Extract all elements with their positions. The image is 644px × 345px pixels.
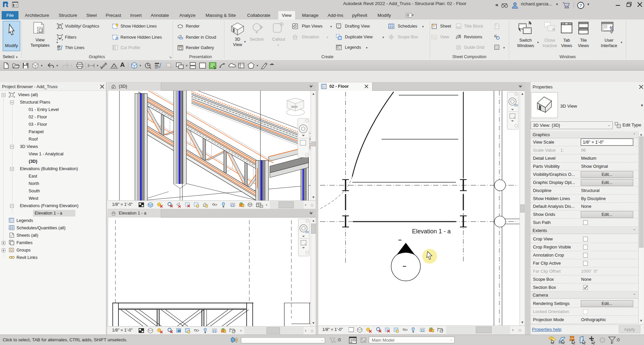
svg-text:2D: 2D <box>305 230 309 234</box>
svg-text:MAIN: MAIN <box>291 106 297 108</box>
svg-text:2D: 2D <box>514 104 518 107</box>
svg-text:Elevation 1 - a: Elevation 1 - a <box>412 228 451 235</box>
svg-text:?: ? <box>579 3 582 8</box>
